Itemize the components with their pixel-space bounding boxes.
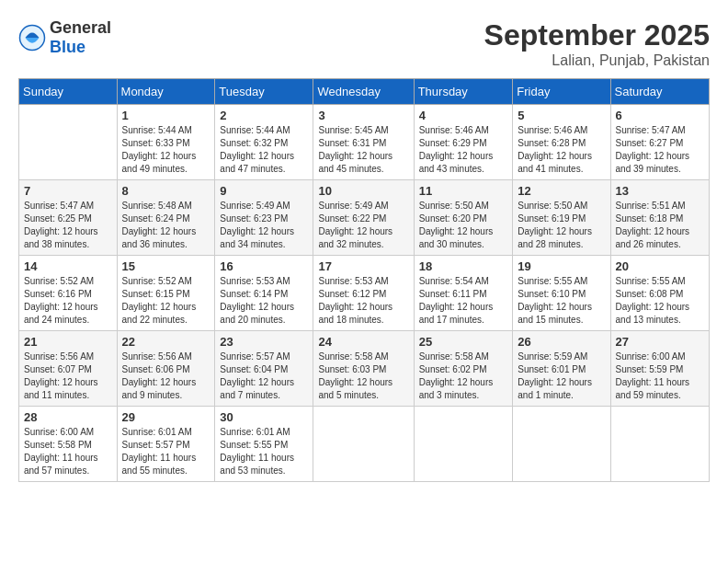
calendar-cell: 28Sunrise: 6:00 AM Sunset: 5:58 PM Dayli…: [19, 407, 118, 482]
calendar-cell: 4Sunrise: 5:46 AM Sunset: 6:29 PM Daylig…: [414, 105, 513, 180]
day-info: Sunrise: 5:56 AM Sunset: 6:07 PM Dayligh…: [24, 350, 112, 402]
day-number: 2: [220, 109, 308, 122]
day-number: 26: [518, 335, 605, 349]
day-info: Sunrise: 5:58 AM Sunset: 6:02 PM Dayligh…: [419, 350, 508, 402]
calendar-week-3: 21Sunrise: 5:56 AM Sunset: 6:07 PM Dayli…: [19, 331, 710, 407]
calendar-week-0: 1Sunrise: 5:44 AM Sunset: 6:33 PM Daylig…: [19, 105, 710, 180]
day-info: Sunrise: 5:47 AM Sunset: 6:25 PM Dayligh…: [24, 200, 112, 251]
calendar-cell: [610, 407, 709, 482]
logo-blue: Blue: [50, 38, 111, 57]
day-number: 21: [24, 335, 112, 349]
calendar-cell: 24Sunrise: 5:58 AM Sunset: 6:03 PM Dayli…: [313, 331, 414, 407]
day-number: 25: [419, 335, 508, 349]
calendar-cell: 2Sunrise: 5:44 AM Sunset: 6:32 PM Daylig…: [215, 105, 313, 180]
page-header: General Blue September 2025 Lalian, Punj…: [18, 18, 710, 69]
calendar-cell: 3Sunrise: 5:45 AM Sunset: 6:31 PM Daylig…: [313, 105, 414, 180]
weekday-header-thursday: Thursday: [414, 79, 513, 105]
logo: General Blue: [18, 18, 111, 57]
day-number: 30: [220, 410, 308, 424]
calendar-cell: 25Sunrise: 5:58 AM Sunset: 6:02 PM Dayli…: [414, 331, 513, 407]
day-number: 5: [518, 109, 605, 122]
calendar-cell: 15Sunrise: 5:52 AM Sunset: 6:15 PM Dayli…: [117, 256, 215, 331]
day-number: 22: [122, 335, 210, 349]
calendar-cell: 30Sunrise: 6:01 AM Sunset: 5:55 PM Dayli…: [215, 407, 313, 482]
weekday-header-friday: Friday: [513, 79, 610, 105]
day-info: Sunrise: 5:50 AM Sunset: 6:20 PM Dayligh…: [419, 200, 508, 251]
day-number: 3: [318, 109, 408, 122]
day-info: Sunrise: 5:48 AM Sunset: 6:24 PM Dayligh…: [122, 200, 210, 251]
day-info: Sunrise: 5:47 AM Sunset: 6:27 PM Dayligh…: [616, 124, 704, 176]
day-number: 1: [122, 109, 210, 122]
weekday-row: SundayMondayTuesdayWednesdayThursdayFrid…: [19, 79, 710, 105]
day-info: Sunrise: 5:44 AM Sunset: 6:32 PM Dayligh…: [220, 124, 308, 176]
day-info: Sunrise: 5:49 AM Sunset: 6:23 PM Dayligh…: [220, 200, 308, 251]
calendar-cell: 5Sunrise: 5:46 AM Sunset: 6:28 PM Daylig…: [513, 105, 610, 180]
day-info: Sunrise: 5:55 AM Sunset: 6:10 PM Dayligh…: [518, 275, 605, 327]
calendar-cell: 27Sunrise: 6:00 AM Sunset: 5:59 PM Dayli…: [610, 331, 709, 407]
day-info: Sunrise: 5:45 AM Sunset: 6:31 PM Dayligh…: [318, 124, 408, 176]
calendar-cell: 20Sunrise: 5:55 AM Sunset: 6:08 PM Dayli…: [610, 256, 709, 331]
calendar-body: 1Sunrise: 5:44 AM Sunset: 6:33 PM Daylig…: [19, 105, 710, 482]
weekday-header-saturday: Saturday: [610, 79, 709, 105]
weekday-header-sunday: Sunday: [19, 79, 118, 105]
logo-icon: [18, 24, 46, 52]
day-number: 28: [24, 410, 112, 424]
calendar-cell: [513, 407, 610, 482]
calendar-cell: 16Sunrise: 5:53 AM Sunset: 6:14 PM Dayli…: [215, 256, 313, 331]
day-info: Sunrise: 5:59 AM Sunset: 6:01 PM Dayligh…: [518, 350, 605, 402]
day-info: Sunrise: 5:46 AM Sunset: 6:29 PM Dayligh…: [419, 124, 508, 176]
day-number: 9: [220, 184, 308, 198]
calendar-cell: 18Sunrise: 5:54 AM Sunset: 6:11 PM Dayli…: [414, 256, 513, 331]
calendar-cell: [414, 407, 513, 482]
calendar-cell: 13Sunrise: 5:51 AM Sunset: 6:18 PM Dayli…: [610, 180, 709, 256]
day-info: Sunrise: 5:52 AM Sunset: 6:16 PM Dayligh…: [24, 275, 112, 327]
day-info: Sunrise: 6:00 AM Sunset: 5:59 PM Dayligh…: [616, 350, 704, 402]
day-info: Sunrise: 5:44 AM Sunset: 6:33 PM Dayligh…: [122, 124, 210, 176]
calendar-cell: 21Sunrise: 5:56 AM Sunset: 6:07 PM Dayli…: [19, 331, 118, 407]
day-number: 12: [518, 184, 605, 198]
day-info: Sunrise: 6:00 AM Sunset: 5:58 PM Dayligh…: [24, 426, 112, 477]
calendar-cell: 10Sunrise: 5:49 AM Sunset: 6:22 PM Dayli…: [313, 180, 414, 256]
calendar-cell: 1Sunrise: 5:44 AM Sunset: 6:33 PM Daylig…: [117, 105, 215, 180]
day-info: Sunrise: 5:46 AM Sunset: 6:28 PM Dayligh…: [518, 124, 605, 176]
day-number: 13: [616, 184, 704, 198]
day-number: 15: [122, 259, 210, 273]
day-info: Sunrise: 5:50 AM Sunset: 6:19 PM Dayligh…: [518, 200, 605, 251]
day-number: 24: [318, 335, 408, 349]
calendar-cell: 12Sunrise: 5:50 AM Sunset: 6:19 PM Dayli…: [513, 180, 610, 256]
day-number: 29: [122, 410, 210, 424]
day-number: 17: [318, 259, 408, 273]
calendar-cell: 29Sunrise: 6:01 AM Sunset: 5:57 PM Dayli…: [117, 407, 215, 482]
day-number: 6: [616, 109, 704, 122]
day-number: 19: [518, 259, 605, 273]
day-info: Sunrise: 5:52 AM Sunset: 6:15 PM Dayligh…: [122, 275, 210, 327]
calendar-cell: 7Sunrise: 5:47 AM Sunset: 6:25 PM Daylig…: [19, 180, 118, 256]
day-info: Sunrise: 5:49 AM Sunset: 6:22 PM Dayligh…: [318, 200, 408, 251]
day-number: 16: [220, 259, 308, 273]
day-number: 4: [419, 109, 508, 122]
day-info: Sunrise: 5:58 AM Sunset: 6:03 PM Dayligh…: [318, 350, 408, 402]
day-info: Sunrise: 5:54 AM Sunset: 6:11 PM Dayligh…: [419, 275, 508, 327]
day-number: 23: [220, 335, 308, 349]
calendar-cell: 14Sunrise: 5:52 AM Sunset: 6:16 PM Dayli…: [19, 256, 118, 331]
day-number: 18: [419, 259, 508, 273]
logo-general: General: [50, 18, 111, 38]
day-number: 20: [616, 259, 704, 273]
calendar-cell: 11Sunrise: 5:50 AM Sunset: 6:20 PM Dayli…: [414, 180, 513, 256]
calendar-cell: [313, 407, 414, 482]
month-title: September 2025: [484, 18, 710, 52]
calendar-cell: 26Sunrise: 5:59 AM Sunset: 6:01 PM Dayli…: [513, 331, 610, 407]
day-info: Sunrise: 5:51 AM Sunset: 6:18 PM Dayligh…: [616, 200, 704, 251]
title-block: September 2025 Lalian, Punjab, Pakistan: [484, 18, 710, 69]
location: Lalian, Punjab, Pakistan: [484, 52, 710, 69]
calendar-cell: 23Sunrise: 5:57 AM Sunset: 6:04 PM Dayli…: [215, 331, 313, 407]
day-info: Sunrise: 5:53 AM Sunset: 6:12 PM Dayligh…: [318, 275, 408, 327]
day-info: Sunrise: 6:01 AM Sunset: 5:55 PM Dayligh…: [220, 426, 308, 477]
calendar-cell: 6Sunrise: 5:47 AM Sunset: 6:27 PM Daylig…: [610, 105, 709, 180]
calendar-cell: [19, 105, 118, 180]
day-number: 10: [318, 184, 408, 198]
day-info: Sunrise: 5:56 AM Sunset: 6:06 PM Dayligh…: [122, 350, 210, 402]
calendar-week-2: 14Sunrise: 5:52 AM Sunset: 6:16 PM Dayli…: [19, 256, 710, 331]
weekday-header-wednesday: Wednesday: [313, 79, 414, 105]
calendar-header: SundayMondayTuesdayWednesdayThursdayFrid…: [19, 79, 710, 105]
